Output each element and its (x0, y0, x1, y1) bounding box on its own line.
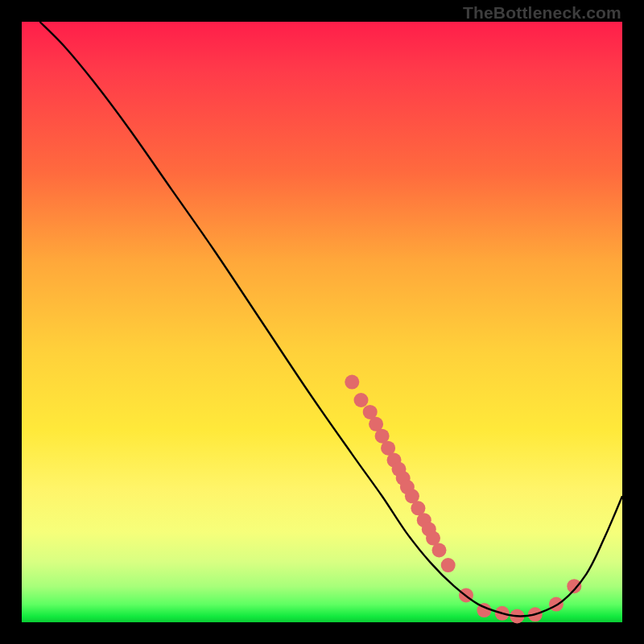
marker-dot (432, 543, 447, 558)
chart-svg (22, 22, 622, 622)
marker-dot (354, 393, 369, 407)
chart-frame: TheBottleneck.com (0, 0, 644, 644)
marker-dot (345, 375, 359, 390)
marker-dots-group (345, 375, 581, 624)
marker-dot (441, 558, 456, 572)
marker-dot (567, 579, 581, 593)
attribution-label: TheBottleneck.com (463, 3, 621, 23)
bottleneck-curve (39, 22, 622, 617)
marker-dot (549, 597, 564, 612)
